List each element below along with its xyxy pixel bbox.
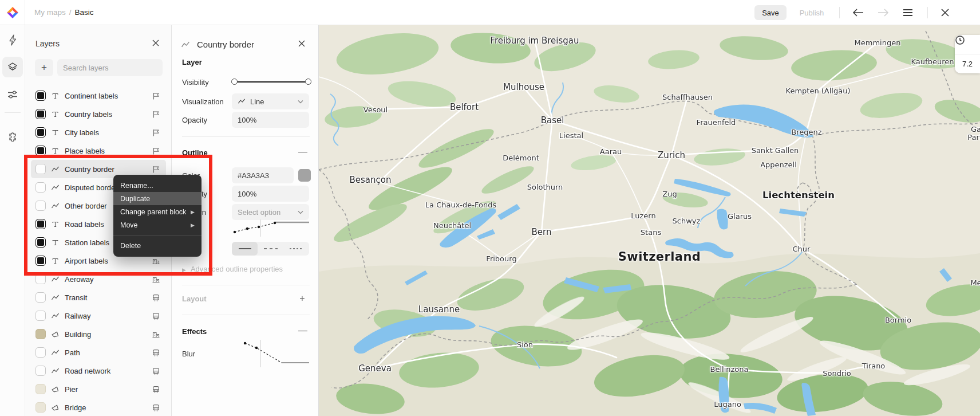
redo-arrow-icon[interactable] bbox=[877, 6, 890, 19]
filters-sliders-icon[interactable] bbox=[2, 84, 23, 105]
layer-color-swatch[interactable] bbox=[35, 347, 46, 358]
transit-icon[interactable] bbox=[152, 367, 160, 375]
zoom-level-indicator[interactable]: 7.2 bbox=[955, 54, 980, 73]
opacity-input[interactable]: 100% bbox=[232, 112, 309, 128]
layer-row-place-labels[interactable]: Place labels bbox=[31, 142, 166, 160]
layer-row-city-labels[interactable]: City labels bbox=[31, 123, 166, 142]
visibility-slider-handle-min[interactable] bbox=[231, 79, 238, 85]
map-label-switzerland: Switzerland bbox=[618, 250, 701, 264]
layer-color-swatch[interactable] bbox=[35, 366, 46, 376]
layer-row-pier[interactable]: Pier bbox=[31, 380, 166, 398]
save-button[interactable]: Save bbox=[754, 5, 787, 20]
search-layers-input[interactable] bbox=[57, 59, 163, 76]
menu-item-duplicate[interactable]: Duplicate bbox=[113, 192, 201, 205]
app-logo[interactable] bbox=[0, 0, 25, 25]
menu-item-change-parent-block[interactable]: Change parent block▶ bbox=[113, 205, 201, 218]
building-icon[interactable] bbox=[152, 257, 160, 265]
plugins-puzzle-icon[interactable] bbox=[2, 125, 23, 146]
layer-row-railway[interactable]: Railway bbox=[31, 307, 166, 325]
layers-panel-icon[interactable] bbox=[2, 57, 23, 77]
layers-panel-title: Layers bbox=[35, 39, 60, 48]
layer-color-swatch[interactable] bbox=[35, 127, 46, 138]
map-canvas[interactable]: Freiburg im BreisgauMemmingenKaufbeurenK… bbox=[319, 25, 980, 416]
close-window-icon[interactable] bbox=[939, 6, 951, 19]
building-icon[interactable] bbox=[152, 330, 160, 339]
outline-collapse-icon[interactable]: — bbox=[298, 147, 306, 157]
text-icon bbox=[51, 110, 60, 119]
map-label-lugano: Lugano bbox=[714, 400, 741, 409]
line-style-dotted-button[interactable] bbox=[283, 242, 309, 256]
map-history-button[interactable] bbox=[955, 35, 980, 54]
visibility-slider-track[interactable] bbox=[234, 81, 308, 83]
actions-lightning-icon[interactable] bbox=[2, 30, 23, 50]
menu-item-label: Delete bbox=[120, 242, 141, 250]
layer-color-swatch[interactable] bbox=[35, 146, 46, 156]
layer-color-swatch[interactable] bbox=[35, 237, 46, 248]
map-label-luzern: Luzern bbox=[631, 211, 655, 220]
publish-button[interactable]: Publish bbox=[795, 5, 829, 20]
layer-color-swatch[interactable] bbox=[35, 329, 46, 339]
line-style-dashed-button[interactable] bbox=[258, 242, 283, 256]
layer-color-swatch[interactable] bbox=[35, 219, 46, 229]
building-icon[interactable] bbox=[152, 275, 160, 284]
map-label-freiburg-im-breisgau: Freiburg im Breisgau bbox=[490, 36, 579, 46]
layer-color-swatch[interactable] bbox=[35, 109, 46, 119]
outline-color-swatch[interactable] bbox=[298, 169, 311, 182]
polygon-icon bbox=[51, 385, 60, 394]
menu-item-delete[interactable]: Delete bbox=[113, 239, 201, 252]
layer-color-swatch[interactable] bbox=[35, 384, 46, 394]
visibility-slider-handle-max[interactable] bbox=[305, 79, 311, 85]
undo-arrow-icon[interactable] bbox=[852, 6, 864, 19]
layer-color-swatch[interactable] bbox=[35, 311, 46, 321]
add-layer-button[interactable]: + bbox=[35, 59, 53, 76]
menu-hamburger-icon[interactable] bbox=[902, 6, 914, 19]
layer-color-swatch[interactable] bbox=[35, 402, 46, 413]
blur-zoom-curve[interactable] bbox=[232, 340, 309, 367]
layer-row-aeroway[interactable]: Aeroway bbox=[31, 270, 166, 288]
layer-color-swatch[interactable] bbox=[35, 274, 46, 284]
map-label-vesoul: Vesoul bbox=[363, 105, 388, 114]
menu-item-rename[interactable]: Rename... bbox=[113, 179, 201, 192]
visualization-dropdown[interactable]: Line bbox=[232, 93, 309, 109]
menu-item-move[interactable]: Move▶ bbox=[113, 218, 201, 231]
layer-color-swatch[interactable] bbox=[35, 182, 46, 193]
outline-color-input[interactable]: #A3A3A3 bbox=[232, 167, 294, 183]
flag-icon[interactable] bbox=[152, 165, 160, 174]
layer-color-swatch[interactable] bbox=[35, 164, 46, 174]
layer-color-swatch[interactable] bbox=[35, 256, 46, 266]
outline-color-value: #A3A3A3 bbox=[238, 171, 269, 180]
layer-color-swatch[interactable] bbox=[35, 292, 46, 303]
layer-row-continent-labels[interactable]: Continent labels bbox=[31, 87, 166, 105]
flag-icon[interactable] bbox=[152, 92, 160, 100]
chevron-down-icon bbox=[298, 210, 303, 214]
flag-icon[interactable] bbox=[152, 110, 160, 119]
properties-close-icon[interactable] bbox=[298, 40, 307, 49]
effects-collapse-icon[interactable]: — bbox=[298, 325, 306, 336]
line-style-solid-button[interactable] bbox=[232, 242, 258, 256]
layer-row-transit[interactable]: Transit bbox=[31, 288, 166, 307]
transit-icon[interactable] bbox=[152, 293, 160, 302]
layer-color-swatch[interactable] bbox=[35, 201, 46, 211]
outline-opacity-input[interactable]: 100% bbox=[232, 186, 309, 202]
outline-pattern-dropdown[interactable]: Select option bbox=[232, 204, 309, 220]
layer-row-building[interactable]: Building bbox=[31, 325, 166, 343]
transit-icon[interactable] bbox=[152, 348, 160, 357]
layer-row-path[interactable]: Path bbox=[31, 343, 166, 362]
outline-width-zoom-curve[interactable] bbox=[232, 219, 309, 237]
flag-icon[interactable] bbox=[152, 128, 160, 137]
chevron-down-icon bbox=[298, 100, 303, 104]
flag-icon[interactable] bbox=[152, 147, 160, 155]
map-label-besan-on: Besançon bbox=[350, 175, 392, 185]
breadcrumb-root[interactable]: My maps bbox=[34, 8, 66, 17]
layer-row-country-labels[interactable]: Country labels bbox=[31, 105, 166, 123]
layers-close-icon[interactable] bbox=[152, 39, 161, 48]
transit-icon[interactable] bbox=[152, 385, 160, 394]
advanced-outline-toggle[interactable]: ▶Advanced outline properties bbox=[182, 265, 283, 273]
transit-icon[interactable] bbox=[152, 312, 160, 320]
transit-icon[interactable] bbox=[152, 403, 160, 412]
layer-color-swatch[interactable] bbox=[35, 91, 46, 101]
layer-row-road-network[interactable]: Road network bbox=[31, 362, 166, 380]
layer-row-bridge[interactable]: Bridge bbox=[31, 398, 166, 416]
layer-label: City labels bbox=[65, 128, 99, 137]
layout-expand-icon[interactable]: + bbox=[298, 293, 306, 304]
